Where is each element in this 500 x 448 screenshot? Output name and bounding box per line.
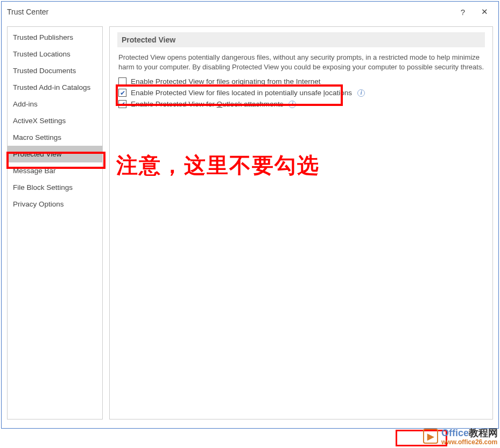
info-icon[interactable] [288, 101, 296, 108]
sidebar-item-activex-settings[interactable]: ActiveX Settings [8, 112, 102, 129]
sidebar-item-trusted-locations[interactable]: Trusted Locations [8, 46, 102, 62]
option-outlook-attachments[interactable]: Enable Protected View for Outlook attach… [117, 98, 485, 110]
option-internet[interactable]: Enable Protected View for files originat… [117, 76, 485, 87]
option-label: Enable Protected View for Outlook attach… [131, 100, 283, 108]
annotation-text: 注意，这里不要勾选 [116, 151, 320, 180]
sidebar-item-file-block-settings[interactable]: File Block Settings [8, 179, 102, 196]
sidebar-item-trusted-addin-catalogs[interactable]: Trusted Add-in Catalogs [8, 79, 102, 96]
section-description: Protected View opens potentially dangero… [118, 53, 484, 72]
checkbox-unsafe-locations[interactable] [118, 89, 126, 97]
sidebar-item-protected-view[interactable]: Protected View [8, 146, 102, 162]
sidebar-item-addins[interactable]: Add-ins [8, 96, 102, 112]
option-label: Enable Protected View for files located … [131, 89, 352, 97]
sidebar-item-trusted-publishers[interactable]: Trusted Publishers [8, 29, 102, 46]
watermark-logo-icon: ▶ [423, 429, 438, 444]
help-button[interactable]: ? [452, 4, 474, 20]
checkbox-internet[interactable] [118, 77, 126, 86]
titlebar: Trust Center ? ✕ [2, 2, 498, 22]
watermark-url: www.office26.com [441, 438, 498, 446]
trust-center-window: Trust Center ? ✕ Trusted Publishers Trus… [1, 1, 499, 429]
option-unsafe-locations[interactable]: Enable Protected View for files located … [117, 87, 485, 98]
watermark-brand: Office教程网 [441, 426, 498, 439]
sidebar: Trusted Publishers Trusted Locations Tru… [7, 26, 103, 419]
section-header: Protected View [117, 32, 485, 47]
close-button[interactable]: ✕ [474, 4, 495, 20]
sidebar-item-macro-settings[interactable]: Macro Settings [8, 129, 102, 146]
window-title: Trust Center [7, 8, 452, 16]
watermark: ▶ Office教程网 www.office26.com [423, 426, 498, 446]
checkbox-outlook-attachments[interactable] [118, 100, 126, 108]
option-label: Enable Protected View for files originat… [131, 77, 320, 86]
content-panel: Protected View Protected View opens pote… [109, 26, 493, 419]
dialog-body: Trusted Publishers Trusted Locations Tru… [2, 22, 498, 425]
sidebar-item-trusted-documents[interactable]: Trusted Documents [8, 62, 102, 79]
info-icon[interactable] [357, 89, 365, 97]
sidebar-item-message-bar[interactable]: Message Bar [8, 162, 102, 179]
sidebar-item-privacy-options[interactable]: Privacy Options [8, 196, 102, 212]
